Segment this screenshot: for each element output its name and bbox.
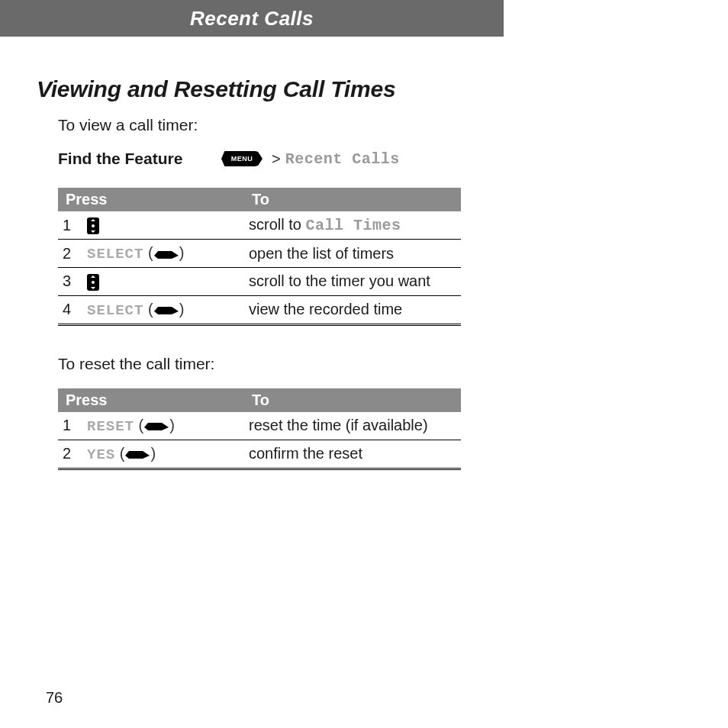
to-text: reset the time (if available) bbox=[249, 417, 428, 433]
nav-key-icon bbox=[87, 274, 99, 291]
intro-text-1: To view a call timer: bbox=[58, 116, 682, 134]
to-cell: scroll to the timer you want bbox=[244, 268, 461, 296]
to-cell: open the list of timers bbox=[244, 240, 461, 268]
to-cell: reset the time (if available) bbox=[244, 412, 461, 440]
find-feature-label: Find the Feature bbox=[58, 150, 221, 168]
page-content: Viewing and Resetting Call Times To view… bbox=[0, 37, 728, 470]
col-press: Press bbox=[58, 188, 244, 211]
to-text: scroll to the timer you want bbox=[249, 272, 430, 289]
steps-table-reset: Press To 1RESET ()reset the time (if ava… bbox=[58, 388, 461, 470]
section-title: Viewing and Resetting Call Times bbox=[37, 76, 682, 102]
to-text: confirm the reset bbox=[249, 445, 362, 462]
step-number: 3 bbox=[58, 268, 82, 296]
col-to: To bbox=[244, 388, 461, 412]
to-text: open the list of timers bbox=[249, 245, 394, 262]
softkey-icon bbox=[153, 248, 179, 260]
step-number: 1 bbox=[58, 211, 82, 240]
nav-key-icon bbox=[87, 217, 99, 234]
to-cell: view the recorded time bbox=[244, 295, 461, 324]
step-number: 2 bbox=[58, 240, 82, 268]
press-cell: YES () bbox=[82, 440, 244, 469]
to-cell: scroll to Call Times bbox=[244, 211, 461, 240]
table-row: 2YES ()confirm the reset bbox=[58, 440, 461, 469]
intro-text-2: To reset the call timer: bbox=[58, 355, 682, 373]
to-mono: Call Times bbox=[305, 217, 401, 234]
step-number: 2 bbox=[58, 440, 82, 469]
table-row: 4SELECT ()view the recorded time bbox=[58, 295, 461, 324]
find-feature-row: Find the Feature MENU > Recent Calls bbox=[58, 150, 682, 168]
table-row: 1RESET ()reset the time (if available) bbox=[58, 412, 461, 440]
table-row: 3scroll to the timer you want bbox=[58, 268, 461, 296]
col-press: Press bbox=[58, 388, 244, 412]
steps-table-view: Press To 1scroll to Call Times2SELECT ()… bbox=[58, 188, 461, 326]
press-cell: SELECT () bbox=[82, 295, 244, 324]
softkey-label: YES bbox=[87, 446, 115, 463]
softkey-icon bbox=[124, 448, 150, 460]
page-number: 76 bbox=[46, 689, 63, 707]
col-to: To bbox=[244, 188, 461, 211]
to-text: scroll to bbox=[249, 216, 305, 233]
softkey-icon bbox=[143, 420, 169, 432]
step-number: 4 bbox=[58, 295, 82, 324]
breadcrumb-separator: > bbox=[272, 150, 281, 168]
menu-key-icon: MENU bbox=[221, 151, 263, 166]
softkey-label: RESET bbox=[87, 418, 134, 435]
press-cell bbox=[82, 211, 244, 240]
breadcrumb-item: Recent Calls bbox=[285, 150, 400, 168]
step-number: 1 bbox=[58, 412, 82, 440]
softkey-icon bbox=[153, 304, 179, 316]
softkey-label: SELECT bbox=[87, 302, 143, 319]
press-cell: SELECT () bbox=[82, 240, 244, 268]
softkey-label: SELECT bbox=[87, 246, 143, 263]
table-row: 1scroll to Call Times bbox=[58, 211, 461, 240]
press-cell bbox=[82, 268, 244, 296]
to-text: view the recorded time bbox=[249, 301, 402, 317]
press-cell: RESET () bbox=[82, 412, 244, 440]
table-row: 2SELECT ()open the list of timers bbox=[58, 240, 461, 268]
to-cell: confirm the reset bbox=[244, 440, 461, 469]
page-header: Recent Calls bbox=[0, 0, 504, 37]
